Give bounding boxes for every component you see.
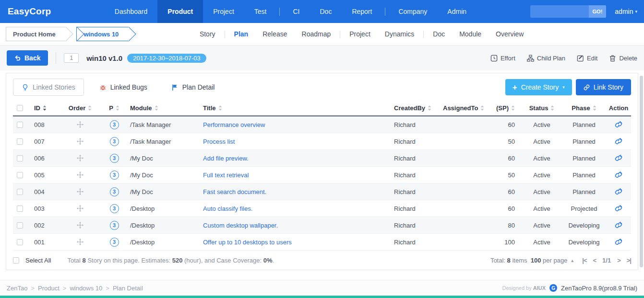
move-handle-icon[interactable] (77, 155, 83, 161)
status-cell: Active (522, 121, 562, 128)
subnav-item-story[interactable]: Story (192, 23, 223, 45)
row-checkbox[interactable] (17, 122, 23, 128)
column-header-sp[interactable]: (SP) (494, 104, 522, 112)
row-checkbox[interactable] (17, 206, 23, 212)
move-handle-icon[interactable] (77, 205, 83, 212)
column-header-title[interactable]: Title (203, 104, 394, 112)
move-handle-icon[interactable] (77, 188, 83, 195)
child-plan-button[interactable]: Child Plan (527, 55, 565, 62)
select-all-checkbox[interactable] (17, 105, 23, 111)
story-title-link[interactable]: Offer up to 10 desktops to users (203, 239, 292, 246)
nav-item-company[interactable]: Company (388, 0, 437, 23)
nav-item-dashboard[interactable]: Dashboard (105, 0, 158, 23)
unlink-story-icon[interactable] (615, 154, 622, 162)
create-story-button[interactable]: + Create Story ▾ (505, 79, 572, 95)
subnav-item-dynamics[interactable]: Dynamics (378, 23, 421, 45)
sp-cell: 60 (494, 188, 522, 195)
edit-button[interactable]: Edit (577, 55, 597, 62)
subnav-item-doc[interactable]: Doc (426, 23, 452, 45)
unlink-story-icon[interactable] (615, 205, 622, 212)
tab-linked-stories[interactable]: Linked Stories (13, 79, 84, 96)
next-page-button[interactable]: > (617, 257, 620, 264)
subnav-item-project[interactable]: Project (342, 23, 378, 45)
subnav-item-release[interactable]: Release (255, 23, 294, 45)
nav-item-admin[interactable]: Admin (437, 0, 477, 23)
first-page-button[interactable]: |< (582, 257, 586, 264)
status-cell: Active (522, 222, 562, 229)
story-title-link[interactable]: Full text retrieval (203, 172, 249, 179)
nav-item-report[interactable]: Report (342, 0, 382, 23)
column-header-assignedto[interactable]: AssignedTo (443, 104, 494, 112)
story-title-link[interactable]: Fast search document. (203, 188, 266, 195)
per-page-value[interactable]: 100 (531, 257, 541, 264)
column-header-status[interactable]: Status (522, 104, 562, 112)
story-title-link[interactable]: Auto classify files. (203, 205, 252, 212)
breadcrumb-plan-detail[interactable]: Plan Detail (113, 285, 143, 292)
move-handle-icon[interactable] (77, 239, 83, 245)
unlink-story-icon[interactable] (615, 121, 622, 128)
story-title-link[interactable]: Performance overview (203, 121, 265, 128)
column-header-id[interactable]: ID (34, 104, 62, 112)
column-header-order[interactable]: Order (62, 104, 98, 112)
product-version[interactable]: ZenTaoPro 8.9(pro8.9 Trial) (561, 285, 637, 292)
effort-button[interactable]: Effort (490, 55, 515, 62)
search-input[interactable] (530, 5, 589, 18)
row-checkbox[interactable] (17, 172, 23, 178)
move-handle-icon[interactable] (77, 172, 83, 178)
subnav-item-plan[interactable]: Plan (227, 23, 256, 45)
chevron-up-icon[interactable]: ▲ (570, 258, 574, 263)
phase-cell: Planned (562, 155, 606, 162)
unlink-story-icon[interactable] (615, 221, 622, 229)
prev-page-button[interactable]: < (593, 257, 596, 264)
column-header-module[interactable]: Module (130, 104, 203, 112)
user-menu[interactable]: admin ▾ (615, 8, 637, 15)
nav-item-product[interactable]: Product (157, 0, 203, 23)
move-handle-icon[interactable] (77, 138, 83, 145)
unlink-story-icon[interactable] (615, 171, 622, 179)
story-title-link[interactable]: Add file preview. (203, 155, 249, 162)
product-selector-dropdown[interactable]: windows 10 ▾ (76, 27, 129, 41)
scrollbar-thumb[interactable] (640, 76, 643, 267)
nav-item-test[interactable]: Test (244, 0, 277, 23)
breadcrumb-zentao[interactable]: ZenTao (7, 285, 27, 292)
row-checkbox[interactable] (17, 138, 23, 145)
column-header-phase[interactable]: Phase (562, 104, 606, 112)
link-story-button[interactable]: Link Story (576, 79, 631, 95)
move-handle-icon[interactable] (77, 222, 83, 229)
nav-item-doc[interactable]: Doc (310, 0, 342, 23)
subnav-item-overview[interactable]: Overview (489, 23, 531, 45)
unlink-story-icon[interactable] (615, 238, 622, 246)
unlink-story-icon[interactable] (615, 138, 622, 145)
phase-cell: Developing (562, 239, 606, 246)
column-header-priority[interactable]: P (98, 104, 130, 112)
last-page-button[interactable]: >| (627, 257, 631, 264)
sort-icon (593, 105, 596, 111)
row-checkbox[interactable] (17, 222, 23, 229)
nav-item-project[interactable]: Project (203, 0, 244, 23)
product-home-dropdown[interactable]: Product Home ▾ (6, 27, 66, 41)
nav-item-ci[interactable]: CI (283, 0, 310, 23)
unlink-story-icon[interactable] (615, 188, 622, 195)
story-title-link[interactable]: Custom desktop wallpaper. (203, 222, 278, 229)
story-title-link[interactable]: Process list (203, 138, 235, 145)
breadcrumb-product[interactable]: Product (38, 285, 60, 292)
move-handle-icon[interactable] (77, 121, 83, 128)
row-checkbox[interactable] (17, 155, 23, 161)
phase-cell: Planned (562, 138, 606, 145)
breadcrumb-windows10[interactable]: windows 10 (70, 285, 102, 292)
user-name: admin (615, 8, 633, 15)
bug-icon (99, 84, 107, 91)
row-checkbox[interactable] (17, 239, 23, 245)
subnav-item-roadmap[interactable]: Roadmap (295, 23, 338, 45)
row-checkbox[interactable] (17, 189, 23, 195)
column-header-createdby[interactable]: CreatedBy (394, 104, 443, 112)
table-footer: Select All Total 8 Story on this page. E… (6, 251, 638, 270)
subnav-item-module[interactable]: Module (452, 23, 489, 45)
search-go-button[interactable]: GO! (589, 5, 607, 18)
back-button[interactable]: Back (7, 50, 48, 66)
tab-plan-detail[interactable]: Plan Detail (163, 79, 224, 96)
select-all-footer-checkbox[interactable] (13, 257, 19, 264)
brand-logo[interactable]: EasyCorp (8, 6, 51, 17)
delete-button[interactable]: Delete (609, 55, 637, 62)
tab-linked-bugs[interactable]: Linked Bugs (91, 79, 156, 96)
